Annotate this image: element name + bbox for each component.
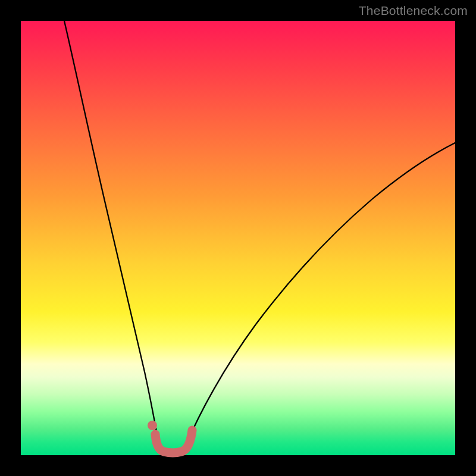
bottom-u-marker [155, 430, 192, 453]
plot-area [21, 21, 455, 455]
curve-right-branch [186, 143, 455, 444]
marker-dot-icon [148, 421, 157, 430]
chart-frame: TheBottleneck.com [0, 0, 476, 476]
watermark-text: TheBottleneck.com [359, 4, 468, 18]
curve-layer [21, 21, 455, 455]
curve-left-branch [64, 21, 159, 444]
